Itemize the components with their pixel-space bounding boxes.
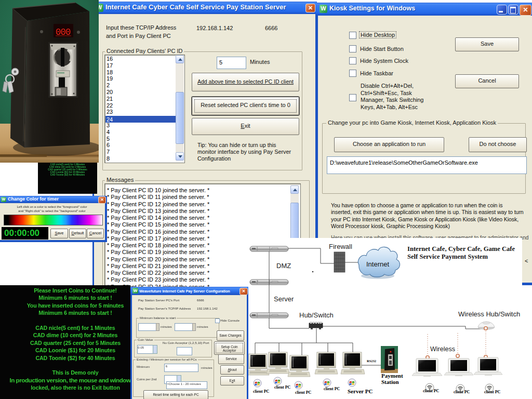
svg-text:client PC: client PC	[484, 390, 501, 394]
svg-text:client PC: client PC	[324, 387, 340, 391]
svg-text:Server PC: Server PC	[348, 388, 373, 394]
svg-text:Station: Station	[381, 379, 399, 385]
svg-text:Self Service Payment System: Self Service Payment System	[407, 253, 488, 260]
svg-text:DMZ: DMZ	[276, 262, 291, 270]
svg-text:Server: Server	[274, 295, 294, 303]
svg-text:Internet Cafe, Cyber Cafe, Gam: Internet Cafe, Cyber Cafe, Game Cafe	[407, 245, 515, 252]
svg-text:client PC: client PC	[253, 389, 270, 394]
svg-text:client PC: client PC	[274, 385, 291, 390]
svg-text:client PC: client PC	[454, 390, 470, 394]
svg-text:Firewall: Firewall	[329, 243, 352, 250]
svg-text:client PC: client PC	[423, 389, 440, 393]
svg-text:Wireless Hub/Switch: Wireless Hub/Switch	[458, 310, 520, 318]
svg-text:RS232: RS232	[367, 359, 376, 363]
svg-text:client PC: client PC	[295, 390, 312, 395]
svg-text:Hub/Switch: Hub/Switch	[299, 311, 334, 319]
svg-text:Wireless: Wireless	[430, 345, 455, 353]
svg-text:Payment: Payment	[381, 373, 403, 379]
svg-text:Internet: Internet	[366, 260, 389, 268]
